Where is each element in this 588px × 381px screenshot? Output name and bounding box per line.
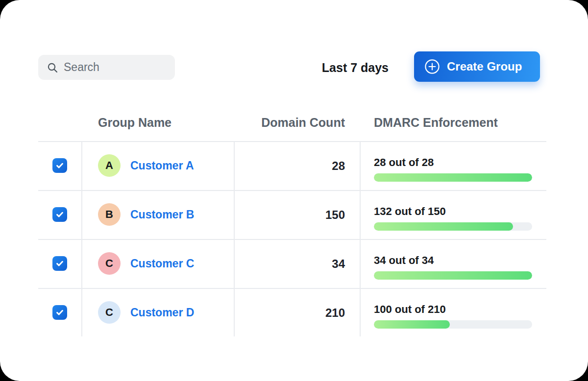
dmarc-label: 34 out of 34 [374,254,532,267]
group-name-link[interactable]: Customer B [130,190,194,239]
table-row: A Customer A 28 28 out of 28 [38,142,546,190]
avatar: B [98,203,121,226]
column-header-dmarc-enforcement: DMARC Enforcement [374,116,498,130]
check-icon [55,210,65,219]
avatar: C [98,301,121,324]
date-range-label[interactable]: Last 7 days [294,61,389,75]
table-row: C Customer C 34 34 out of 34 [38,239,546,288]
check-icon [55,161,65,170]
row-checkbox[interactable] [52,305,67,320]
create-group-button[interactable]: Create Group [414,51,540,82]
column-header-group-name: Group Name [98,116,172,130]
check-icon [55,259,65,268]
dmarc-cell: 100 out of 210 [374,303,532,329]
domain-count-value: 28 [195,142,345,190]
group-name-link[interactable]: Customer D [130,288,194,337]
group-name-link[interactable]: Customer C [130,239,194,288]
domain-count-value: 34 [195,239,345,288]
dmarc-label: 100 out of 210 [374,303,532,316]
column-header-domain-count: Domain Count [234,116,345,130]
progress-bar-fill [374,222,513,231]
avatar-letter: A [105,159,113,172]
progress-bar [374,222,532,231]
row-checkbox[interactable] [52,256,67,271]
check-icon [55,308,65,317]
create-group-label: Create Group [447,60,522,73]
table-row: C Customer D 210 100 out of 210 [38,288,546,337]
progress-bar-fill [374,271,532,280]
group-name-link[interactable]: Customer A [130,142,194,190]
avatar: A [98,154,121,177]
dmarc-cell: 28 out of 28 [374,156,532,182]
avatar-letter: C [105,257,113,270]
domain-count-value: 150 [195,190,345,239]
avatar: C [98,252,121,275]
dmarc-cell: 132 out of 150 [374,205,532,231]
progress-bar [374,173,532,182]
groups-panel: Search Last 7 days Create Group Group Na… [0,0,588,381]
search-placeholder: Search [64,61,99,74]
progress-bar [374,320,532,329]
row-checkbox[interactable] [52,158,67,173]
row-checkbox[interactable] [52,207,67,222]
avatar-letter: B [105,208,113,221]
dmarc-label: 132 out of 150 [374,205,532,218]
search-input[interactable]: Search [38,55,175,80]
search-icon [47,62,58,73]
dmarc-cell: 34 out of 34 [374,254,532,280]
progress-bar [374,271,532,280]
dmarc-label: 28 out of 28 [374,156,532,169]
progress-bar-fill [374,320,450,329]
avatar-letter: C [105,306,113,319]
plus-icon [424,59,440,74]
domain-count-value: 210 [195,288,345,337]
progress-bar-fill [374,173,532,182]
table-row: B Customer B 150 132 out of 150 [38,190,546,239]
